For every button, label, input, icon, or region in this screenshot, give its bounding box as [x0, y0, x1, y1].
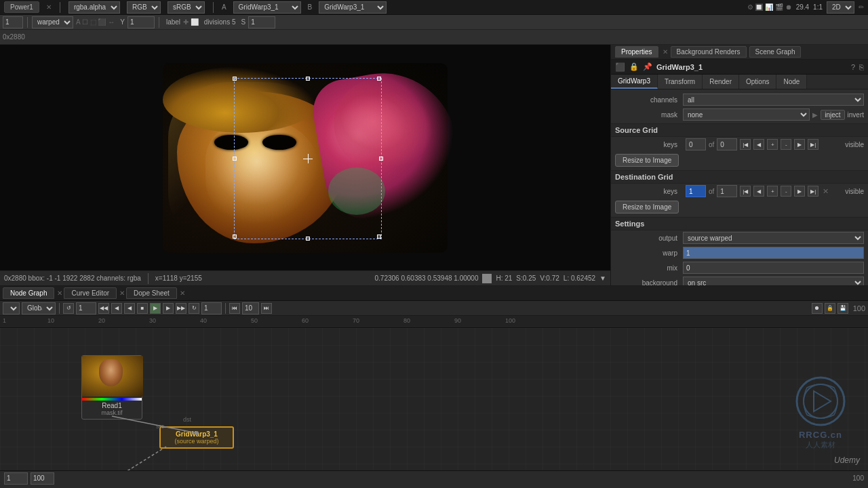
source-key-next-btn[interactable]: ▶ [794, 139, 805, 150]
play-rev-btn[interactable]: ◀ [124, 303, 135, 314]
dest-key-start-btn[interactable]: |◀ [740, 186, 751, 197]
tf-select[interactable]: TF [3, 302, 20, 314]
props-tab-properties[interactable]: Properties [615, 46, 658, 58]
tab-node-graph[interactable]: Node Graph [3, 287, 54, 299]
viewer-canvas[interactable]: RRCG.cn [0, 45, 610, 270]
footer-end-input[interactable] [31, 472, 54, 485]
viewer-area: RRCG.cn [0, 45, 610, 285]
step-input[interactable] [242, 302, 259, 314]
timeline-header: Node Graph ✕ Curve Editor ✕ Dope Sheet ✕ [0, 286, 868, 301]
tab-options[interactable]: Options [739, 75, 776, 89]
dest-of-input[interactable] [717, 185, 737, 197]
tab-transform[interactable]: Transform [658, 75, 703, 89]
tab-render[interactable]: Render [703, 75, 739, 89]
start-frame-input[interactable] [76, 302, 96, 314]
inject-button[interactable]: inject [821, 110, 844, 120]
s-input[interactable] [248, 16, 275, 28]
dest-key-del-btn[interactable]: - [781, 186, 791, 197]
record-btn[interactable]: ⏺ [812, 303, 823, 314]
pin-icon[interactable]: 📌 [643, 62, 652, 71]
prev-range-btn[interactable]: ◀◀ [98, 303, 109, 314]
source-keys-input[interactable] [686, 138, 706, 150]
step-back-btn[interactable]: ⏮ [229, 303, 240, 314]
gridwarp-title: GridWarp3_1 [163, 430, 230, 438]
dest-key-add-btn[interactable]: + [767, 186, 778, 197]
viewer-tools: ✏ [859, 3, 864, 11]
channel-select[interactable]: rgba.alpha [68, 1, 120, 14]
next-range-btn[interactable]: ▶▶ [176, 303, 186, 314]
copy-icon[interactable]: ⎘ [859, 63, 864, 71]
mix-label: mix [615, 264, 683, 272]
footer-start-input[interactable] [4, 472, 28, 485]
read1-file: mask.tif [82, 409, 142, 416]
source-key-add-btn[interactable]: + [767, 139, 778, 150]
step-fwd-btn[interactable]: ⏭ [261, 303, 272, 314]
colorspace-select1[interactable]: RGB [127, 1, 161, 14]
lock-btn[interactable]: 🔒 [825, 303, 835, 314]
warp-mode-select[interactable]: warped [32, 16, 73, 28]
tab-node-graph-close[interactable]: ✕ [57, 289, 62, 297]
source-of-input[interactable] [717, 138, 737, 150]
tab-curve-editor-close[interactable]: ✕ [119, 289, 125, 297]
source-key-start-btn[interactable]: |◀ [740, 139, 751, 150]
mix-slider[interactable]: 0 [683, 262, 864, 274]
y-input[interactable] [127, 16, 155, 28]
tab-dope-sheet-close[interactable]: ✕ [180, 289, 185, 297]
y-label: Y [120, 18, 125, 26]
props-tab-scene-graph[interactable]: Scene Graph [749, 46, 802, 58]
node-graph-content[interactable]: Read1 mask.tif GridWarp3_1 (source warpe… [0, 328, 868, 470]
top-menu-bar: Power1 ✕ rgba.alpha RGB sRGB A GridWarp3… [0, 0, 868, 15]
lock-icon[interactable]: 🔒 [629, 62, 639, 71]
warp-slider[interactable]: 1 [683, 247, 864, 259]
app-tab[interactable]: Power1 [4, 1, 39, 13]
source-keys-label: keys [615, 141, 683, 148]
mode-select[interactable]: 2D [827, 1, 854, 14]
tab-gridwarp3[interactable]: GridWarp3 [611, 75, 658, 89]
source-of-label: of [709, 141, 714, 148]
stop-btn[interactable]: ■ [137, 303, 148, 314]
source-key-del-btn[interactable]: - [781, 139, 791, 150]
loop-btn[interactable]: ↻ [189, 303, 199, 314]
tab-curve-editor[interactable]: Curve Editor [64, 287, 117, 299]
tab-dope-sheet[interactable]: Dope Sheet [126, 287, 177, 299]
gridwarp-node[interactable]: GridWarp3_1 (source warped) [159, 426, 234, 449]
next-btn[interactable]: ▶ [163, 303, 174, 314]
background-select[interactable]: on src [683, 277, 864, 285]
props-close-properties[interactable]: ✕ [663, 48, 668, 56]
colorspace-select2[interactable]: sRGB [167, 1, 205, 14]
frame-input[interactable] [201, 302, 222, 314]
end-label: 100 [852, 474, 864, 482]
expand-icon[interactable]: ▼ [599, 274, 606, 282]
node-b-select[interactable]: GridWarp3_1 [319, 1, 387, 14]
coord-display: x=1118 y=2155 [155, 274, 202, 282]
save-btn[interactable]: 💾 [837, 303, 848, 314]
output-select[interactable]: source warped [683, 232, 864, 244]
mask-select[interactable]: none [683, 108, 810, 121]
dest-key-prev-btn[interactable]: ◀ [753, 186, 764, 197]
source-key-end-btn[interactable]: ▶| [808, 139, 818, 150]
reset-btn[interactable]: ↺ [63, 303, 74, 314]
pixel-values: 0.72306 0.60383 0.53948 1.00000 H: 21 S:… [375, 274, 606, 283]
close-icon[interactable]: ✕ [46, 3, 52, 11]
timeline-footer: 100 [0, 470, 868, 485]
mask-label: mask [615, 111, 683, 119]
node-a-select[interactable]: GridWarp3_1 [233, 1, 301, 14]
source-key-prev-btn[interactable]: ◀ [753, 139, 764, 150]
props-tab-background-renders[interactable]: Background Renders [671, 46, 747, 58]
play-btn[interactable]: ▶ [150, 303, 161, 314]
output-row: output source warped [611, 230, 868, 245]
prev-btn[interactable]: ◀ [111, 303, 122, 314]
help-icon[interactable]: ? [851, 63, 855, 71]
channels-select[interactable]: all [683, 94, 864, 106]
dest-key-end-btn[interactable]: ▶| [808, 186, 818, 197]
source-resize-button[interactable]: Resize to Image [615, 154, 679, 167]
tab-node[interactable]: Node [776, 75, 807, 89]
frame-input[interactable] [3, 16, 23, 28]
global-select[interactable]: Global [22, 302, 56, 314]
dest-resize-button[interactable]: Resize to Image [615, 201, 679, 214]
dest-key-next-btn[interactable]: ▶ [794, 186, 805, 197]
node-b-label: B [308, 3, 313, 11]
divisions-label: divisions 5 [204, 18, 236, 26]
read1-node[interactable]: Read1 mask.tif [81, 355, 142, 420]
dest-keys-input[interactable] [686, 185, 706, 197]
